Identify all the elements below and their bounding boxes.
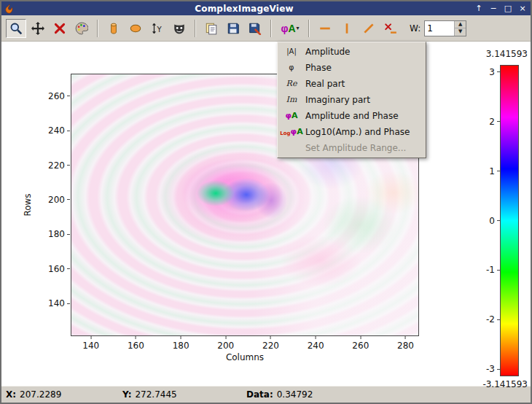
status-data: Data: 0.34792 <box>246 389 531 400</box>
colorbar-tick-0: 0 <box>489 216 500 226</box>
minimize-button[interactable]: − <box>488 4 498 14</box>
colorbar-tick-2: 2 <box>489 117 500 127</box>
phase-icon: φ <box>281 63 302 72</box>
status-y-label: Y: <box>122 389 131 400</box>
ellipse-icon <box>129 22 142 35</box>
mask-button[interactable] <box>169 19 189 38</box>
copy-pages-icon <box>205 22 218 35</box>
y-tick-200: 200 <box>48 195 70 205</box>
menu-item-label: Imaginary part <box>305 95 370 105</box>
colorbar-min-label: -3.141593 <box>439 379 528 389</box>
title-bar[interactable]: ComplexImageView ↑ − □ × <box>1 1 531 15</box>
pan-button[interactable] <box>28 19 48 38</box>
export-button[interactable] <box>245 19 265 38</box>
zoom-button[interactable] <box>6 19 26 38</box>
vertical-line-button[interactable] <box>337 19 357 38</box>
floppy-pencil-icon <box>249 22 262 35</box>
colorbar-tick--1: -1 <box>486 265 500 275</box>
remove-line-icon <box>384 22 397 35</box>
width-label: W: <box>410 23 420 34</box>
pin-button[interactable]: ↑ <box>474 4 484 14</box>
amplitude-icon: |A| <box>281 47 302 56</box>
menu-item-amplitude[interactable]: |A|Amplitude <box>278 44 425 60</box>
menu-item-set-amplitude-range: Set Amplitude Range... <box>278 140 425 156</box>
menu-item-imaginary-part[interactable]: ImImaginary part <box>278 92 425 108</box>
menu-item-label: Amplitude and Phase <box>305 111 399 121</box>
spin-up-icon[interactable]: ▲ <box>455 21 466 29</box>
status-x-value: 207.2289 <box>20 389 61 400</box>
mask-icon <box>173 22 186 35</box>
y-tick-220: 220 <box>48 160 70 171</box>
remove-line-button[interactable] <box>380 19 401 38</box>
status-y: Y: 272.7445 <box>122 389 246 400</box>
clear-button[interactable] <box>50 19 70 38</box>
status-y-value: 272.7445 <box>135 389 176 400</box>
magnifier-icon <box>9 22 23 35</box>
y-tick-140: 140 <box>48 298 70 308</box>
phase-amplitude-icon: φA▾ <box>281 23 299 34</box>
toolbar-separator <box>308 20 310 37</box>
y-profile-button[interactable]: Y <box>147 19 168 38</box>
window-icon <box>4 4 15 14</box>
palette-icon <box>75 22 88 35</box>
toolbar-separator <box>270 20 272 37</box>
display-mode-menu: |A|AmplitudeφPhaseReReal partImImaginary… <box>277 42 426 158</box>
figure-area: 260240220200180160140 140160180200220240… <box>1 42 531 386</box>
status-x: X: 207.2289 <box>6 389 122 400</box>
status-data-label: Data: <box>246 389 273 400</box>
diagonal-line-icon <box>362 22 375 35</box>
y-axis-label: Rows <box>23 193 33 216</box>
copy-button[interactable] <box>201 19 222 38</box>
real-icon: Re <box>281 79 302 88</box>
cylinder-roi-button[interactable] <box>103 19 124 38</box>
toolbar-separator <box>97 20 98 37</box>
y-tick-260: 260 <box>48 91 70 101</box>
toolbar-separator <box>195 20 196 37</box>
colorbar <box>500 65 519 376</box>
status-data-value: 0.34792 <box>277 389 313 400</box>
display-mode-button[interactable]: φA▾ <box>277 19 303 38</box>
window-title: ComplexImageView <box>15 4 474 14</box>
menu-item-real-part[interactable]: ReReal part <box>278 76 425 92</box>
red-x-icon <box>53 22 66 35</box>
y-tick-160: 160 <box>48 264 70 274</box>
x-tick-140: 140 <box>82 336 99 351</box>
menu-item-label: Set Amplitude Range... <box>305 143 406 153</box>
palette-button[interactable] <box>71 19 92 38</box>
menu-item-label: Real part <box>305 79 345 89</box>
cylinder-icon <box>107 22 120 35</box>
x-tick-200: 200 <box>217 336 234 351</box>
x-axis-label: Columns <box>71 352 419 362</box>
x-tick-260: 260 <box>352 336 369 351</box>
toolbar: Y φA▾ W: <box>1 15 531 42</box>
colorbar-tick-1: 1 <box>489 166 500 176</box>
ellipse-roi-button[interactable] <box>125 19 146 38</box>
diagonal-line-button[interactable] <box>359 19 379 38</box>
svg-text:Y: Y <box>156 25 162 33</box>
menu-item-label: Amplitude <box>305 47 351 57</box>
horizontal-line-icon <box>318 22 332 35</box>
y-tick-240: 240 <box>48 125 70 136</box>
menu-item-label: Phase <box>305 63 332 73</box>
horizontal-line-button[interactable] <box>315 19 335 38</box>
x-tick-280: 280 <box>397 336 414 351</box>
colorbar-tick--3: -3 <box>486 364 500 374</box>
move-arrows-icon <box>31 22 44 35</box>
y-ticks: 260240220200180160140 <box>1 74 70 336</box>
menu-item-amplitude-and-phase[interactable]: φAAmplitude and Phase <box>278 108 425 124</box>
width-spinbox: ▲ ▼ <box>424 20 466 36</box>
y-axis-icon: Y <box>151 22 164 35</box>
width-input[interactable] <box>425 21 454 36</box>
menu-item-phase[interactable]: φPhase <box>278 60 425 76</box>
close-button[interactable]: × <box>517 4 528 14</box>
menu-item-log10-amp-and-phase[interactable]: LogφALog10(Amp.) and Phase <box>278 124 425 140</box>
save-button[interactable] <box>223 19 243 38</box>
maximize-button[interactable]: □ <box>503 4 513 14</box>
spin-down-icon[interactable]: ▼ <box>455 28 466 36</box>
chevron-down-icon: ▾ <box>297 23 300 34</box>
status-x-label: X: <box>6 389 16 400</box>
imag-icon: Im <box>281 96 302 104</box>
colorbar-max-label: 3.141593 <box>439 49 528 59</box>
x-tick-160: 160 <box>128 336 144 351</box>
x-tick-180: 180 <box>173 336 189 351</box>
